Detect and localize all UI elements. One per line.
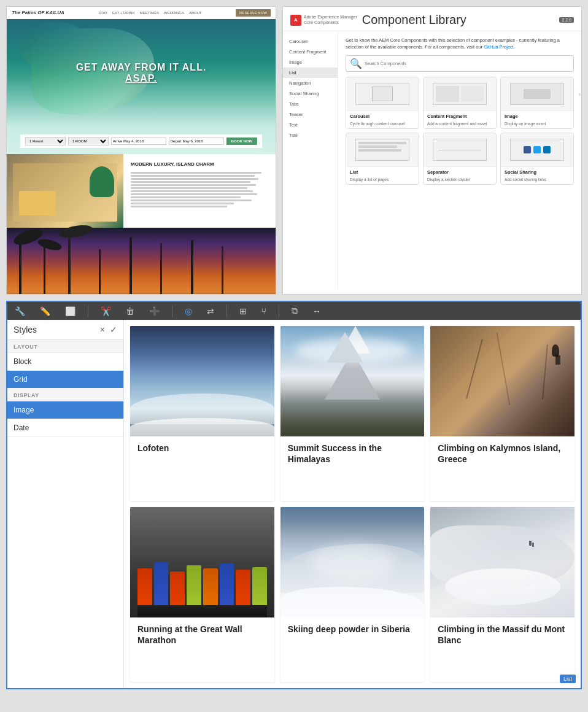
comp-card-image: Image Display an image asset (500, 77, 574, 129)
trash-icon[interactable]: 🗑 (123, 305, 137, 317)
styles-layout-header: LAYOUT (7, 340, 123, 353)
palms-hero-title: GET AWAY FROM IT ALL. ASAP. (74, 62, 209, 84)
comp-lib-title: Component Library (362, 13, 555, 27)
sidebar-item-carousel[interactable]: Carousel (283, 36, 338, 47)
sidebar-item-content-fragment[interactable]: Content Fragment (283, 47, 338, 57)
comp-card-list-img (346, 133, 419, 167)
palms-hero-content: GET AWAY FROM IT ALL. ASAP. (74, 62, 209, 84)
grid-card-skiing: Skiing deep powder in Siberia (280, 507, 425, 682)
comp-lib-header: A Adobe Experience ManagerCore Component… (283, 7, 581, 31)
grid-card-kalymnos-body: Climbing on Kalymnos Island, Greece (430, 436, 574, 471)
sidebar-item-social-sharing[interactable]: Social Sharing (283, 88, 338, 99)
sidebar-item-teaser[interactable]: Teaser (283, 109, 338, 120)
comp-card-social-sharing-img (501, 133, 573, 167)
sidebar-item-image[interactable]: Image (283, 57, 338, 68)
frame-icon[interactable]: ⬜ (63, 305, 78, 317)
grid-card-massif: Climbing in the Massif du Mont Blanc (430, 507, 574, 682)
grid-card-massif-title: Climbing in the Massif du Mont Blanc (438, 624, 567, 646)
comp-card-content-fragment: Content Fragment Add a content fragment … (423, 77, 497, 129)
grid-card-marathon: Running at the Great Wall Marathon (130, 507, 274, 682)
comp-lib-sidebar: Carousel Content Fragment Image List Nav… (283, 31, 338, 289)
adobe-logo-icon: A (290, 15, 301, 26)
styles-close-button[interactable]: × (100, 325, 105, 335)
reserve-now-button[interactable]: RESERVE NOW (236, 9, 271, 17)
search-icon: 🔍 (350, 58, 362, 69)
sidebar-item-tabs[interactable]: Tabs (283, 99, 338, 109)
comp-card-carousel-label: Carousel (346, 111, 419, 122)
book-now-button[interactable]: BOOK NOW (226, 137, 257, 145)
grid-card-marathon-body: Running at the Great Wall Marathon (130, 617, 274, 652)
kalymnos-image (430, 326, 574, 436)
comp-card-social-sharing-desc: Add social sharing links (501, 177, 573, 184)
scissors-icon[interactable]: ✂️ (98, 305, 114, 317)
palms-sunset-text: Stunning Moments (14, 294, 80, 295)
styles-panel-header: Styles × ✓ (7, 320, 123, 340)
palms-middle-section: MODERN LUXURY, ISLAND CHARM (7, 154, 276, 228)
pen-icon[interactable]: ✏️ (37, 305, 53, 317)
comp-lib-body: Carousel Content Fragment Image List Nav… (283, 31, 581, 289)
clone-icon[interactable]: ⧉ (289, 304, 300, 317)
sidebar-item-list[interactable]: List (283, 68, 338, 78)
sidebar-item-navigation[interactable]: Navigation (283, 78, 338, 88)
styles-panel-title: Styles (14, 325, 95, 335)
marathon-image (130, 507, 274, 617)
grid-card-lofoten-body: Lofoten (130, 436, 274, 460)
toolbar-separator-4 (279, 305, 279, 317)
wrench-icon[interactable]: 🔧 (12, 305, 28, 317)
styles-display-header: DISPLAY (7, 389, 123, 401)
comp-card-social-sharing-label: Social Sharing (501, 167, 573, 177)
palms-booking-bar: 1 Resort 1 ROOM BOOK NOW (20, 134, 262, 148)
editor-panel: 🔧 ✏️ ⬜ ✂️ 🗑 ➕ ◎ ⇄ ⊞ ⑂ ⧉ ↔ Styles × ✓ LAY… (6, 301, 582, 689)
rooms-select[interactable]: 1 ROOM (68, 137, 109, 145)
fork-icon[interactable]: ⑂ (259, 305, 269, 317)
comp-card-list-desc: Display a list of pages (346, 177, 419, 184)
resize-icon[interactable]: ↔ (310, 305, 323, 317)
comp-card-image-img (501, 77, 573, 111)
resort-select[interactable]: 1 Resort (25, 137, 66, 145)
toolbar-separator-3 (226, 305, 227, 317)
search-input[interactable] (365, 61, 570, 66)
palms-nav-links: STAY EAT + DRINK MEETINGS WEDDINGS ABOUT (71, 11, 230, 15)
checkin-input[interactable] (111, 137, 166, 145)
arrows-icon[interactable]: ⇄ (204, 305, 217, 317)
list-badge: List (560, 675, 576, 683)
comp-card-content-fragment-desc: Add a content fragment and asset (424, 122, 496, 128)
grid-card-himalayas: Summit Success in the Himalayas (280, 326, 425, 501)
palms-hero-image: GET AWAY FROM IT ALL. ASAP. 1 Resort 1 R… (7, 19, 276, 154)
himalayas-image (280, 326, 425, 436)
grid-icon[interactable]: ⊞ (237, 305, 249, 317)
toolbar-separator-2 (172, 305, 172, 317)
editor-toolbar: 🔧 ✏️ ⬜ ✂️ 🗑 ➕ ◎ ⇄ ⊞ ⑂ ⧉ ↔ (7, 302, 581, 320)
palms-nav: The Palms OF KAILUA STAY EAT + DRINK MEE… (7, 7, 276, 19)
github-link[interactable]: GitHub Project (484, 44, 514, 50)
comp-lib-logo-area: A Adobe Experience ManagerCore Component… (290, 15, 357, 26)
styles-item-grid[interactable]: Grid (7, 371, 123, 389)
target-icon[interactable]: ◎ (182, 305, 195, 317)
comp-card-image-label: Image (501, 111, 573, 122)
styles-item-image[interactable]: Image (7, 401, 123, 419)
component-library-panel: A Adobe Experience ManagerCore Component… (282, 6, 582, 295)
plus-icon[interactable]: ➕ (147, 305, 162, 317)
grid-card-skiing-title: Skiing deep powder in Siberia (288, 624, 417, 635)
styles-item-date[interactable]: Date (7, 419, 123, 437)
comp-card-social-sharing: Social Sharing Add social sharing links (500, 133, 574, 185)
lofoten-image (130, 326, 274, 436)
styles-item-block[interactable]: Block (7, 353, 123, 371)
comp-card-content-fragment-img (424, 77, 496, 111)
comp-card-list-label: List (346, 167, 419, 177)
styles-confirm-button[interactable]: ✓ (110, 325, 117, 335)
checkout-input[interactable] (169, 137, 224, 145)
grid-card-lofoten-title: Lofoten (137, 443, 267, 454)
comp-card-list: List Display a list of pages (346, 133, 419, 185)
sidebar-item-title[interactable]: Title (283, 130, 338, 141)
comp-lib-grid: ‹ › Carousel Cycle through content carou… (346, 77, 574, 185)
palms-room-image (7, 154, 123, 228)
palms-sunset-section: Stunning Moments (7, 228, 276, 295)
grid-card-kalymnos: Climbing on Kalymnos Island, Greece (430, 326, 574, 501)
sidebar-item-text[interactable]: Text (283, 120, 338, 130)
comp-lib-logo-text: Adobe Experience ManagerCore Components (304, 15, 357, 25)
comp-lib-description: Get to know the AEM Core Components with… (346, 37, 574, 50)
comp-card-content-fragment-label: Content Fragment (424, 111, 496, 122)
grid-card-skiing-body: Skiing deep powder in Siberia (280, 617, 425, 641)
palms-logo: The Palms OF KAILUA (12, 10, 64, 16)
